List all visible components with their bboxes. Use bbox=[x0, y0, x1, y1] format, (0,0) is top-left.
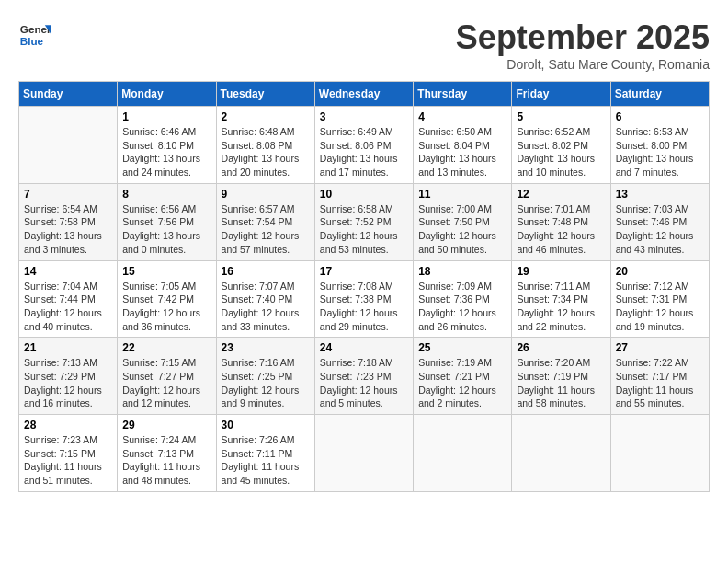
day-number: 18 bbox=[418, 265, 506, 278]
day-info: Sunrise: 7:24 AM Sunset: 7:13 PM Dayligh… bbox=[122, 433, 210, 488]
calendar-week-row: 1Sunrise: 6:46 AM Sunset: 8:10 PM Daylig… bbox=[19, 107, 710, 184]
calendar-week-row: 21Sunrise: 7:13 AM Sunset: 7:29 PM Dayli… bbox=[19, 338, 710, 415]
calendar-cell: 14Sunrise: 7:04 AM Sunset: 7:44 PM Dayli… bbox=[19, 260, 118, 338]
calendar-cell: 4Sunrise: 6:50 AM Sunset: 8:04 PM Daylig… bbox=[414, 107, 512, 184]
svg-text:General: General bbox=[20, 23, 51, 35]
day-info: Sunrise: 6:50 AM Sunset: 8:04 PM Dayligh… bbox=[418, 125, 506, 179]
day-info: Sunrise: 6:48 AM Sunset: 8:08 PM Dayligh… bbox=[222, 125, 310, 179]
day-info: Sunrise: 6:53 AM Sunset: 8:00 PM Dayligh… bbox=[616, 125, 704, 179]
calendar-cell bbox=[610, 415, 709, 492]
day-info: Sunrise: 6:56 AM Sunset: 7:56 PM Dayligh… bbox=[122, 202, 210, 257]
day-number: 26 bbox=[517, 341, 605, 354]
day-number: 24 bbox=[320, 341, 408, 354]
calendar-cell: 1Sunrise: 6:46 AM Sunset: 8:10 PM Daylig… bbox=[118, 107, 216, 184]
day-number: 30 bbox=[222, 419, 310, 431]
calendar-cell: 7Sunrise: 6:54 AM Sunset: 7:58 PM Daylig… bbox=[19, 183, 118, 260]
day-info: Sunrise: 6:57 AM Sunset: 7:54 PM Dayligh… bbox=[222, 202, 310, 257]
calendar-cell: 19Sunrise: 7:11 AM Sunset: 7:34 PM Dayli… bbox=[512, 260, 610, 338]
day-number: 11 bbox=[418, 188, 506, 201]
calendar-cell: 26Sunrise: 7:20 AM Sunset: 7:19 PM Dayli… bbox=[512, 338, 610, 415]
day-number: 20 bbox=[616, 265, 704, 278]
day-number: 14 bbox=[24, 265, 112, 278]
day-info: Sunrise: 7:07 AM Sunset: 7:40 PM Dayligh… bbox=[222, 280, 310, 334]
logo: General Blue bbox=[18, 18, 51, 52]
day-info: Sunrise: 6:46 AM Sunset: 8:10 PM Dayligh… bbox=[122, 125, 210, 179]
day-number: 17 bbox=[320, 265, 408, 278]
day-info: Sunrise: 7:16 AM Sunset: 7:25 PM Dayligh… bbox=[222, 356, 310, 410]
calendar-body: 1Sunrise: 6:46 AM Sunset: 8:10 PM Daylig… bbox=[19, 107, 710, 492]
calendar-cell: 18Sunrise: 7:09 AM Sunset: 7:36 PM Dayli… bbox=[414, 260, 512, 338]
day-info: Sunrise: 7:22 AM Sunset: 7:17 PM Dayligh… bbox=[616, 356, 704, 410]
day-info: Sunrise: 7:09 AM Sunset: 7:36 PM Dayligh… bbox=[418, 280, 506, 334]
calendar-cell: 16Sunrise: 7:07 AM Sunset: 7:40 PM Dayli… bbox=[216, 260, 314, 338]
day-number: 12 bbox=[517, 188, 605, 201]
day-info: Sunrise: 7:19 AM Sunset: 7:21 PM Dayligh… bbox=[418, 356, 506, 410]
day-number: 15 bbox=[122, 265, 210, 278]
day-info: Sunrise: 7:23 AM Sunset: 7:15 PM Dayligh… bbox=[24, 433, 112, 488]
day-number: 16 bbox=[222, 265, 310, 278]
calendar-cell: 21Sunrise: 7:13 AM Sunset: 7:29 PM Dayli… bbox=[19, 338, 118, 415]
calendar-cell: 25Sunrise: 7:19 AM Sunset: 7:21 PM Dayli… bbox=[414, 338, 512, 415]
day-info: Sunrise: 7:00 AM Sunset: 7:50 PM Dayligh… bbox=[418, 202, 506, 257]
calendar-cell: 30Sunrise: 7:26 AM Sunset: 7:11 PM Dayli… bbox=[216, 415, 314, 492]
calendar-cell: 8Sunrise: 6:56 AM Sunset: 7:56 PM Daylig… bbox=[118, 183, 216, 260]
day-info: Sunrise: 7:08 AM Sunset: 7:38 PM Dayligh… bbox=[320, 280, 408, 334]
calendar-cell: 15Sunrise: 7:05 AM Sunset: 7:42 PM Dayli… bbox=[118, 260, 216, 338]
location-subtitle: Dorolt, Satu Mare County, Romania bbox=[456, 57, 710, 72]
day-info: Sunrise: 6:58 AM Sunset: 7:52 PM Dayligh… bbox=[320, 202, 408, 257]
calendar-cell: 13Sunrise: 7:03 AM Sunset: 7:46 PM Dayli… bbox=[610, 183, 709, 260]
calendar-cell: 27Sunrise: 7:22 AM Sunset: 7:17 PM Dayli… bbox=[610, 338, 709, 415]
logo-icon: General Blue bbox=[18, 18, 51, 52]
day-info: Sunrise: 7:26 AM Sunset: 7:11 PM Dayligh… bbox=[222, 433, 310, 488]
column-header-friday: Friday bbox=[512, 82, 610, 107]
day-info: Sunrise: 7:13 AM Sunset: 7:29 PM Dayligh… bbox=[24, 356, 112, 410]
day-number: 27 bbox=[616, 341, 704, 354]
calendar-table: SundayMondayTuesdayWednesdayThursdayFrid… bbox=[18, 81, 710, 492]
day-number: 1 bbox=[122, 110, 210, 123]
day-number: 10 bbox=[320, 188, 408, 201]
day-number: 5 bbox=[517, 110, 605, 123]
day-info: Sunrise: 6:52 AM Sunset: 8:02 PM Dayligh… bbox=[517, 125, 605, 179]
day-info: Sunrise: 7:20 AM Sunset: 7:19 PM Dayligh… bbox=[517, 356, 605, 410]
day-number: 7 bbox=[24, 188, 112, 201]
day-info: Sunrise: 7:18 AM Sunset: 7:23 PM Dayligh… bbox=[320, 356, 408, 410]
day-number: 3 bbox=[320, 110, 408, 123]
calendar-cell: 12Sunrise: 7:01 AM Sunset: 7:48 PM Dayli… bbox=[512, 183, 610, 260]
calendar-cell: 24Sunrise: 7:18 AM Sunset: 7:23 PM Dayli… bbox=[314, 338, 413, 415]
day-number: 22 bbox=[122, 341, 210, 354]
column-header-wednesday: Wednesday bbox=[314, 82, 413, 107]
calendar-cell: 22Sunrise: 7:15 AM Sunset: 7:27 PM Dayli… bbox=[118, 338, 216, 415]
day-number: 8 bbox=[122, 188, 210, 201]
calendar-cell: 10Sunrise: 6:58 AM Sunset: 7:52 PM Dayli… bbox=[314, 183, 413, 260]
day-info: Sunrise: 7:11 AM Sunset: 7:34 PM Dayligh… bbox=[517, 280, 605, 334]
calendar-week-row: 28Sunrise: 7:23 AM Sunset: 7:15 PM Dayli… bbox=[19, 415, 710, 492]
day-info: Sunrise: 7:03 AM Sunset: 7:46 PM Dayligh… bbox=[616, 202, 704, 257]
day-info: Sunrise: 7:12 AM Sunset: 7:31 PM Dayligh… bbox=[616, 280, 704, 334]
calendar-cell bbox=[512, 415, 610, 492]
day-info: Sunrise: 7:01 AM Sunset: 7:48 PM Dayligh… bbox=[517, 202, 605, 257]
calendar-week-row: 7Sunrise: 6:54 AM Sunset: 7:58 PM Daylig… bbox=[19, 183, 710, 260]
calendar-cell bbox=[314, 415, 413, 492]
calendar-cell: 11Sunrise: 7:00 AM Sunset: 7:50 PM Dayli… bbox=[414, 183, 512, 260]
day-info: Sunrise: 7:04 AM Sunset: 7:44 PM Dayligh… bbox=[24, 280, 112, 334]
column-header-tuesday: Tuesday bbox=[216, 82, 314, 107]
calendar-cell: 5Sunrise: 6:52 AM Sunset: 8:02 PM Daylig… bbox=[512, 107, 610, 184]
page-header: General Blue September 2025 Dorolt, Satu… bbox=[18, 18, 710, 72]
calendar-cell: 23Sunrise: 7:16 AM Sunset: 7:25 PM Dayli… bbox=[216, 338, 314, 415]
calendar-cell: 2Sunrise: 6:48 AM Sunset: 8:08 PM Daylig… bbox=[216, 107, 314, 184]
day-number: 29 bbox=[122, 419, 210, 431]
day-number: 6 bbox=[616, 110, 704, 123]
calendar-cell: 17Sunrise: 7:08 AM Sunset: 7:38 PM Dayli… bbox=[314, 260, 413, 338]
day-info: Sunrise: 6:49 AM Sunset: 8:06 PM Dayligh… bbox=[320, 125, 408, 179]
month-title: September 2025 bbox=[456, 18, 710, 57]
calendar-cell: 20Sunrise: 7:12 AM Sunset: 7:31 PM Dayli… bbox=[610, 260, 709, 338]
calendar-cell: 29Sunrise: 7:24 AM Sunset: 7:13 PM Dayli… bbox=[118, 415, 216, 492]
column-header-sunday: Sunday bbox=[19, 82, 118, 107]
day-number: 25 bbox=[418, 341, 506, 354]
day-info: Sunrise: 7:05 AM Sunset: 7:42 PM Dayligh… bbox=[122, 280, 210, 334]
calendar-week-row: 14Sunrise: 7:04 AM Sunset: 7:44 PM Dayli… bbox=[19, 260, 710, 338]
calendar-cell bbox=[19, 107, 118, 184]
calendar-header-row: SundayMondayTuesdayWednesdayThursdayFrid… bbox=[19, 82, 710, 107]
day-number: 2 bbox=[222, 110, 310, 123]
day-number: 23 bbox=[222, 341, 310, 354]
